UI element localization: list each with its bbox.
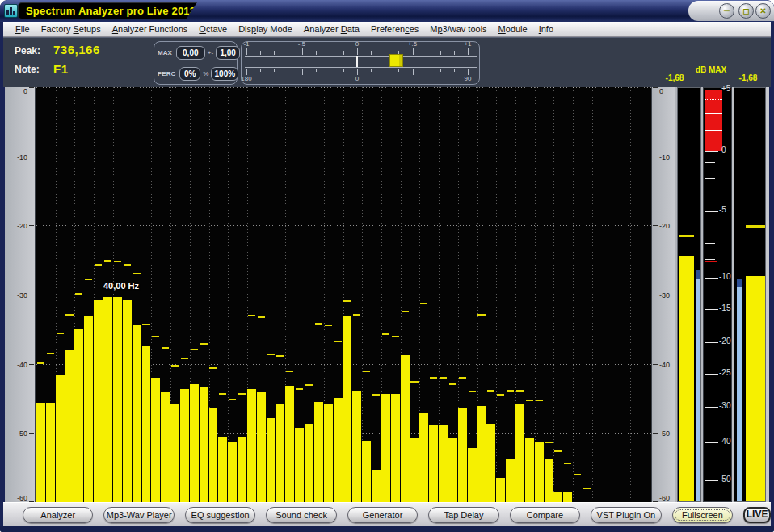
- menu-item-preferences[interactable]: Preferences: [365, 23, 424, 35]
- slider-tick-top: [454, 51, 455, 55]
- peak-label: Peak:: [15, 45, 40, 57]
- meter-rms-cap-left: [696, 270, 700, 279]
- peak-hold-marker: [343, 300, 351, 302]
- peak-hold-marker: [536, 400, 543, 401]
- menu-item-factory-setups[interactable]: Factory Setups: [36, 23, 107, 35]
- slider-tick-top: [468, 48, 469, 55]
- menu-item-analyzer-data[interactable]: Analyzer Data: [298, 23, 365, 35]
- spectrum-bar: [94, 300, 103, 502]
- maximize-button[interactable]: ◻: [738, 3, 754, 19]
- spectrum-bar: [410, 438, 419, 503]
- peak-hold-marker: [47, 353, 54, 354]
- axis-tick-left: [29, 364, 34, 365]
- button-mp3-wav-player[interactable]: Mp3-Wav Player: [103, 507, 174, 523]
- spectrum-bar: [123, 300, 132, 502]
- button-tap-delay[interactable]: Tap Delay: [428, 507, 498, 523]
- peak-hold-marker: [402, 311, 409, 312]
- spectrum-bar: [218, 437, 227, 502]
- spectrum-bar: [151, 378, 160, 502]
- spectrum-bar: [486, 424, 495, 502]
- grid-line-horizontal: [36, 157, 651, 157]
- grid-line-vertical: [535, 87, 536, 502]
- spectrum-bar: [381, 394, 390, 503]
- peak-hold-marker: [65, 314, 73, 316]
- slider-tick-bottom: [274, 69, 275, 72]
- meter-scale-label: -30: [719, 402, 730, 410]
- button-eq-suggestion[interactable]: EQ suggestion: [185, 507, 255, 523]
- axis-label-right: -60: [659, 494, 670, 502]
- spectrum-bar: [545, 459, 553, 502]
- title-lozenge: Spectrum Analyzer pro Live 2013: [18, 2, 197, 19]
- meter-right-channel: [734, 87, 766, 502]
- window-title: Spectrum Analyzer pro Live 2013: [26, 5, 196, 17]
- spectrum-bar: [496, 478, 505, 502]
- button-live[interactable]: LIVE: [743, 507, 771, 523]
- meter-scale-label: -40: [719, 438, 730, 446]
- spectrum-bar: [142, 346, 151, 502]
- meter-left-channel: [677, 87, 701, 502]
- spectrum-bar: [200, 387, 208, 502]
- peak-hold-marker: [459, 377, 466, 379]
- meter-bar-level-left: [679, 256, 694, 501]
- menu-item-mp3-wav-tools[interactable]: Mp3/wav tools: [424, 23, 492, 35]
- spectrum-bar: [65, 350, 74, 503]
- button-generator[interactable]: Generator: [347, 507, 418, 523]
- peak-hold-marker: [477, 314, 485, 316]
- peak-hold-marker: [410, 381, 418, 383]
- menu-item-analyzer-functions[interactable]: Analyzer Functions: [107, 23, 194, 35]
- menu-item-octave[interactable]: Octave: [193, 23, 233, 35]
- spectrum-bar: [257, 392, 266, 502]
- spectrum-y-axis-left: 0-10-20-30-40-50-60: [5, 87, 36, 502]
- meter-tick: [705, 178, 715, 179]
- button-fullscreen[interactable]: Fullscreen: [672, 507, 734, 523]
- max-high-field[interactable]: 1,00: [216, 46, 240, 60]
- button-vst-plugin-on[interactable]: VST Plugin On: [591, 507, 661, 523]
- spectrum-bar: [401, 355, 410, 502]
- button-analyzer[interactable]: Analyzer: [23, 507, 93, 523]
- axis-tick-right: [653, 364, 658, 365]
- max-low-field[interactable]: 0,00: [176, 46, 205, 60]
- minimize-button[interactable]: ─: [719, 3, 734, 19]
- menu-item-display-mode[interactable]: Display Mode: [233, 23, 298, 35]
- spectrum-bar: [553, 492, 562, 502]
- axis-tick-right: [653, 295, 658, 295]
- spectrum-bar: [448, 438, 457, 503]
- slider-tick-top: [343, 51, 344, 55]
- peak-hold-marker: [353, 314, 360, 316]
- button-compare[interactable]: Compare: [510, 507, 580, 523]
- menu-item-file[interactable]: File: [10, 23, 36, 35]
- close-button[interactable]: ✕: [755, 3, 771, 19]
- slider-tick-bottom: [260, 69, 261, 72]
- axis-label-right: -10: [659, 153, 670, 161]
- spectrum-bar: [238, 437, 246, 502]
- slider-tick-top: [427, 51, 427, 55]
- slider-tick-top: [371, 51, 372, 55]
- over-zone-line: [705, 113, 722, 114]
- grid-line-vertical: [612, 87, 612, 502]
- grid-line-vertical: [592, 87, 593, 502]
- axis-label-left: -50: [17, 429, 27, 438]
- perc-high-field[interactable]: 100%: [211, 67, 238, 81]
- slider-tick-top: [385, 51, 385, 55]
- menu-item-module[interactable]: Module: [493, 23, 533, 35]
- spectrum-bar: [267, 418, 276, 502]
- slider-scale-top-label: -.5: [298, 40, 305, 48]
- slider-handle[interactable]: [389, 54, 403, 67]
- slider-tick-bottom: [371, 69, 372, 72]
- meter-scale-label: -5: [719, 206, 726, 214]
- slider-scale-top-label: -1: [243, 40, 249, 48]
- slider-tick-bottom: [357, 69, 358, 75]
- note-label: Note:: [15, 64, 40, 75]
- menu-item-info[interactable]: Info: [533, 23, 559, 35]
- peak-hold-marker: [392, 336, 399, 337]
- spectrum-bar: [477, 406, 486, 502]
- control-panel: Peak: 736,166 Note: F1 MAX 0,00 +- 1,00 …: [3, 37, 771, 87]
- perc-low-field[interactable]: 0%: [179, 67, 200, 81]
- slider-scale-bottom-label: 180: [241, 75, 251, 82]
- spectrum-bar: [103, 297, 112, 502]
- slider-tick-bottom: [468, 69, 469, 75]
- slider-tick-top: [357, 48, 358, 55]
- peak-hold-marker: [334, 341, 342, 342]
- button-sound-check[interactable]: Sound check: [266, 507, 336, 523]
- slider-scale-bottom-label: 0: [355, 75, 359, 82]
